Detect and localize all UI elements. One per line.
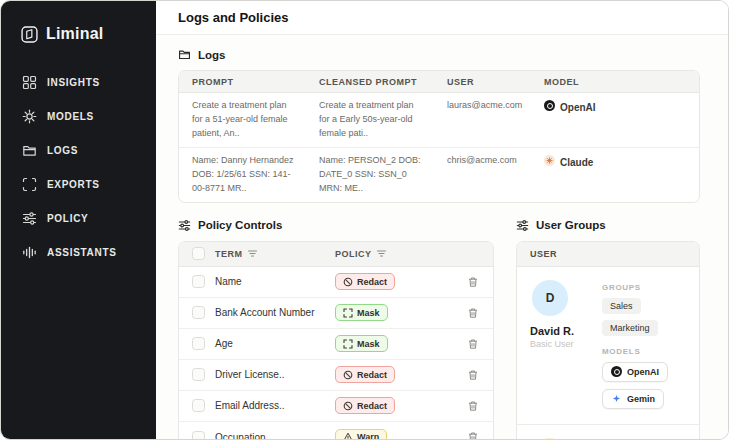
content: Logs PROMPT CLEANSED PROMPT USER MODEL C… xyxy=(156,35,728,440)
column-prompt: PROMPT xyxy=(179,77,306,87)
policy-badge[interactable]: Redact xyxy=(335,273,395,290)
mask-icon xyxy=(343,339,353,349)
sidebar-item-insights[interactable]: INSIGHTS xyxy=(1,65,156,99)
model-button[interactable]: OpenAI xyxy=(602,362,668,382)
user-groups-title: User Groups xyxy=(536,219,606,231)
row-checkbox[interactable] xyxy=(192,275,205,288)
row-checkbox[interactable] xyxy=(192,431,205,440)
filter-icon[interactable] xyxy=(377,250,386,257)
policy-term: Email Address.. xyxy=(215,400,335,411)
openai-icon xyxy=(611,366,622,377)
policy-row: Name Redact xyxy=(179,267,493,298)
group-chip: Sales xyxy=(602,298,641,314)
policy-badge[interactable]: Redact xyxy=(335,366,395,383)
column-cleansed-prompt: CLEANSED PROMPT xyxy=(306,77,434,87)
model-button[interactable]: Gemin xyxy=(602,389,664,409)
sidebar-item-logs[interactable]: LOGS xyxy=(1,133,156,167)
policy-term: Name xyxy=(215,276,335,287)
log-cleansed-prompt: Name: PERSON_2 DOB: DATE_0 SSN: SSN_0 MR… xyxy=(306,154,434,196)
sidebar-item-label: ASSISTANTS xyxy=(47,247,117,258)
policy-badge-label: Warn xyxy=(357,432,379,440)
log-model: Claude xyxy=(531,154,699,196)
policy-controls-title: Policy Controls xyxy=(198,219,282,231)
row-checkbox[interactable] xyxy=(192,368,205,381)
liminal-logo-icon xyxy=(21,26,38,43)
user-name: David R. xyxy=(530,325,602,337)
user-role: Basic User xyxy=(530,339,602,349)
models-label: MODELS xyxy=(602,347,687,356)
sliders-icon xyxy=(178,219,191,232)
policy-controls-header: Policy Controls xyxy=(178,219,494,232)
waveform-icon xyxy=(22,245,37,260)
logs-section-title: Logs xyxy=(198,49,225,61)
sliders-icon xyxy=(22,211,37,226)
column-term: TERM xyxy=(215,249,243,259)
logs-section-header: Logs xyxy=(178,48,700,61)
openai-icon xyxy=(544,100,555,111)
row-checkbox[interactable] xyxy=(192,337,205,350)
mask-icon xyxy=(343,308,353,318)
policy-badge-label: Redact xyxy=(357,277,387,287)
model-button-label: OpenAI xyxy=(627,367,659,377)
warning-icon xyxy=(343,432,353,440)
log-prompt: Name: Danny Hernandez DOB: 1/25/61 SSN: … xyxy=(179,154,306,196)
gear-icon xyxy=(22,109,37,124)
log-row[interactable]: Name: Danny Hernandez DOB: 1/25/61 SSN: … xyxy=(179,148,699,202)
policy-badge[interactable]: Warn xyxy=(335,429,387,440)
delete-button[interactable] xyxy=(467,369,479,381)
policy-badge-label: Redact xyxy=(357,401,387,411)
sliders-icon xyxy=(516,219,529,232)
policy-row: Driver License.. Redact xyxy=(179,360,493,391)
delete-button[interactable] xyxy=(467,276,479,288)
policy-badge[interactable]: Redact xyxy=(335,397,395,414)
groups-label: GROUPS xyxy=(602,283,687,292)
logs-table-header: PROMPT CLEANSED PROMPT USER MODEL xyxy=(179,71,699,93)
policy-term: Driver License.. xyxy=(215,369,335,380)
delete-button[interactable] xyxy=(467,338,479,350)
policy-badge-label: Redact xyxy=(357,370,387,380)
column-user: USER xyxy=(434,77,531,87)
group-chip: Marketing xyxy=(602,320,658,336)
policy-badge-label: Mask xyxy=(357,339,380,349)
redact-icon xyxy=(343,277,353,287)
main-area: Logs and Policies Logs PROMPT CLEANSED P… xyxy=(156,1,728,439)
policy-row: Occupation.. Warn xyxy=(179,422,493,440)
delete-button[interactable] xyxy=(467,431,479,440)
log-cleansed-prompt: Create a treatment plan for a Early 50s-… xyxy=(306,99,434,141)
log-prompt: Create a treatment plan for a 51-year-ol… xyxy=(179,99,306,141)
filter-icon[interactable] xyxy=(248,250,257,257)
policy-row: Age Mask xyxy=(179,329,493,360)
sidebar-item-models[interactable]: MODELS xyxy=(1,99,156,133)
log-model-label: Claude xyxy=(560,155,593,171)
user-row: L Lori M. Admin GROUPS IT HR MODELS xyxy=(517,424,699,440)
avatar: D xyxy=(532,280,568,316)
redact-icon xyxy=(343,370,353,380)
sidebar: Liminal INSIGHTS xyxy=(1,1,156,439)
log-row[interactable]: Create a treatment plan for a 51-year-ol… xyxy=(179,93,699,148)
app-window: Liminal INSIGHTS xyxy=(0,0,729,440)
liminal-logo[interactable]: Liminal xyxy=(1,25,156,43)
policy-controls-section: Policy Controls TERM xyxy=(178,219,494,440)
policy-term: Bank Account Number xyxy=(215,307,335,318)
sidebar-nav: INSIGHTS MODELS xyxy=(1,65,156,269)
row-checkbox[interactable] xyxy=(192,306,205,319)
folder-icon xyxy=(178,48,191,61)
folder-icon xyxy=(22,143,37,158)
delete-button[interactable] xyxy=(467,307,479,319)
log-model: OpenAI xyxy=(531,99,699,141)
grid-icon xyxy=(22,75,37,90)
policy-badge[interactable]: Mask xyxy=(335,335,388,352)
sidebar-item-policy[interactable]: POLICY xyxy=(1,201,156,235)
sidebar-item-exports[interactable]: EXPORTS xyxy=(1,167,156,201)
delete-button[interactable] xyxy=(467,400,479,412)
policy-row: Bank Account Number Mask xyxy=(179,298,493,329)
model-button-label: Gemin xyxy=(627,394,655,404)
user-groups-section: User Groups USER D David R. Basic User xyxy=(516,219,700,440)
policy-badge[interactable]: Mask xyxy=(335,304,388,321)
select-all-checkbox[interactable] xyxy=(192,247,205,260)
logo-label: Liminal xyxy=(46,25,103,43)
row-checkbox[interactable] xyxy=(192,399,205,412)
logs-table: PROMPT CLEANSED PROMPT USER MODEL Create… xyxy=(178,70,700,203)
redact-icon xyxy=(343,401,353,411)
sidebar-item-assistants[interactable]: ASSISTANTS xyxy=(1,235,156,269)
